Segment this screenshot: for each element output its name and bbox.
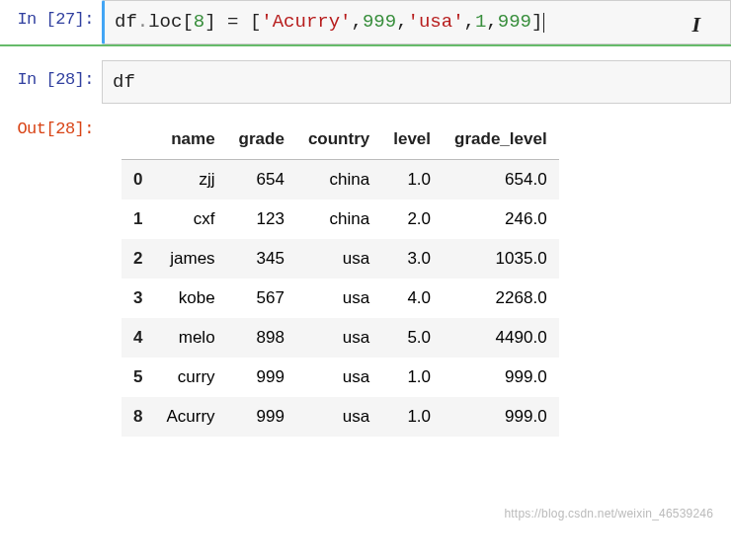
code-token: 999 — [363, 11, 396, 33]
cell: Acurry — [154, 397, 226, 437]
cell: 898 — [227, 318, 296, 358]
code-token: , — [396, 11, 407, 33]
table-body: 0 zjj 654 china 1.0 654.0 1 cxf 123 chin… — [122, 160, 559, 438]
cell: 4490.0 — [443, 318, 559, 358]
code-token: ] — [531, 11, 542, 33]
table-corner-cell — [122, 120, 154, 160]
code-token: [ — [182, 11, 193, 33]
cell: 999.0 — [443, 358, 559, 397]
code-input-27[interactable]: df.loc[8] = ['Acurry',999,'usa',1,999] I — [102, 0, 731, 44]
table-row: 8 Acurry 999 usa 1.0 999.0 — [122, 397, 559, 437]
cell: 5.0 — [381, 318, 443, 358]
row-index: 0 — [122, 160, 154, 200]
table-row: 2 james 345 usa 3.0 1035.0 — [122, 239, 559, 279]
cell: 567 — [227, 279, 296, 318]
code-token: df — [115, 11, 137, 33]
table-row: 1 cxf 123 china 2.0 246.0 — [122, 200, 559, 239]
code-token: , — [464, 11, 475, 33]
cell: china — [296, 160, 381, 200]
ibeam-cursor-icon: I — [691, 11, 700, 40]
cell: 654.0 — [443, 160, 559, 200]
column-header: country — [296, 120, 381, 160]
cell: 1035.0 — [443, 239, 559, 279]
row-index: 5 — [122, 358, 154, 397]
column-header: grade — [227, 120, 296, 160]
code-token: , — [352, 11, 363, 33]
text-cursor — [543, 13, 544, 33]
code-token: ] — [204, 11, 215, 33]
cell: 654 — [227, 160, 296, 200]
cell: 999 — [227, 358, 296, 397]
input-prompt-27: In [27]: — [0, 0, 102, 39]
row-index: 4 — [122, 318, 154, 358]
column-header: grade_level — [443, 120, 559, 160]
cell: 3.0 — [381, 239, 443, 279]
watermark: https://blog.csdn.net/weixin_46539246 — [504, 507, 713, 520]
cell: curry — [154, 358, 226, 397]
cell: james — [154, 239, 226, 279]
code-token: 'usa' — [408, 11, 464, 33]
cell: cxf — [154, 200, 226, 239]
row-index: 3 — [122, 279, 154, 318]
cell: melo — [154, 318, 226, 358]
cell: 2268.0 — [443, 279, 559, 318]
code-token: = — [216, 11, 250, 33]
input-prompt-28: In [28]: — [0, 60, 102, 99]
dataframe-table: name grade country level grade_level 0 z… — [122, 120, 559, 437]
code-token: [ — [250, 11, 261, 33]
cell: kobe — [154, 279, 226, 318]
cell: 999.0 — [443, 397, 559, 437]
cell: 246.0 — [443, 200, 559, 239]
cell: 123 — [227, 200, 296, 239]
code-token: . — [137, 11, 148, 33]
cell: 4.0 — [381, 279, 443, 318]
cell-separator — [0, 44, 731, 46]
code-token: , — [486, 11, 497, 33]
code-token: loc — [148, 11, 182, 33]
output-prompt-28: Out[28]: — [0, 110, 102, 148]
code-token: 999 — [498, 11, 531, 33]
cell: usa — [296, 279, 381, 318]
code-token: df — [113, 71, 135, 93]
code-token: 8 — [194, 11, 204, 33]
cell: 2.0 — [381, 200, 443, 239]
cell: 1.0 — [381, 160, 443, 200]
cell: usa — [296, 397, 381, 437]
table-row: 4 melo 898 usa 5.0 4490.0 — [122, 318, 559, 358]
code-cell-28: In [28]: df — [0, 60, 731, 105]
table-row: 0 zjj 654 china 1.0 654.0 — [122, 160, 559, 200]
table-row: 5 curry 999 usa 1.0 999.0 — [122, 358, 559, 397]
cell: 1.0 — [381, 358, 443, 397]
code-token: 'Acurry' — [261, 11, 351, 33]
output-area-28: name grade country level grade_level 0 z… — [102, 110, 731, 441]
code-input-28[interactable]: df — [102, 60, 731, 105]
column-header: name — [154, 120, 226, 160]
row-index: 1 — [122, 200, 154, 239]
cell: usa — [296, 318, 381, 358]
table-row: 3 kobe 567 usa 4.0 2268.0 — [122, 279, 559, 318]
cell: 1.0 — [381, 397, 443, 437]
code-cell-27: In [27]: df.loc[8] = ['Acurry',999,'usa'… — [0, 0, 731, 44]
table-header-row: name grade country level grade_level — [122, 120, 559, 160]
column-header: level — [381, 120, 443, 160]
output-cell-28: Out[28]: name grade country level grade_… — [0, 110, 731, 441]
cell: 345 — [227, 239, 296, 279]
cell: 999 — [227, 397, 296, 437]
row-index: 8 — [122, 397, 154, 437]
cell: china — [296, 200, 381, 239]
cell: usa — [296, 239, 381, 279]
cell: zjj — [154, 160, 226, 200]
row-index: 2 — [122, 239, 154, 279]
cell: usa — [296, 358, 381, 397]
code-token: 1 — [475, 11, 486, 33]
